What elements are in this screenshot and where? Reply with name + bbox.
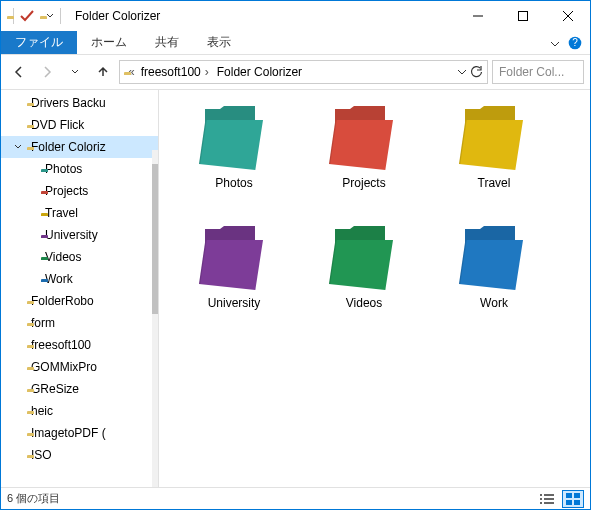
tree-item[interactable]: Photos bbox=[1, 158, 158, 180]
status-bar: 6 個の項目 bbox=[1, 487, 590, 509]
svg-text:?: ? bbox=[572, 37, 578, 48]
tree-item[interactable]: ImagetoPDF ( bbox=[1, 422, 158, 444]
tree-item[interactable]: form bbox=[1, 312, 158, 334]
svg-rect-7 bbox=[540, 502, 542, 504]
breadcrumb-label: Folder Colorizer bbox=[217, 65, 302, 79]
address-dropdown-icon[interactable] bbox=[457, 67, 467, 77]
svg-rect-6 bbox=[544, 498, 554, 500]
folder-icon bbox=[329, 106, 399, 170]
svg-rect-10 bbox=[574, 493, 580, 498]
window-title: Folder Colorizer bbox=[67, 9, 455, 23]
tree-item-label: form bbox=[31, 316, 55, 330]
folder-item[interactable]: Videos bbox=[299, 220, 429, 340]
minimize-button[interactable] bbox=[455, 1, 500, 31]
tree-item-label: Folder Coloriz bbox=[31, 140, 106, 154]
folder-item-label: Projects bbox=[342, 176, 385, 190]
ribbon-tab-share[interactable]: 共有 bbox=[141, 31, 193, 54]
tree-item-label: GOMMixPro bbox=[31, 360, 97, 374]
search-input[interactable]: Folder Col... bbox=[492, 60, 584, 84]
content-area: PhotosProjectsTravelUniversityVideosWork bbox=[159, 90, 590, 487]
tree-item[interactable]: freesoft100 bbox=[1, 334, 158, 356]
chevron-down-icon[interactable] bbox=[13, 143, 23, 151]
folder-item-label: Work bbox=[480, 296, 508, 310]
folder-item[interactable]: University bbox=[169, 220, 299, 340]
tree-item-label: ImagetoPDF ( bbox=[31, 426, 106, 440]
help-icon[interactable]: ? bbox=[568, 36, 582, 50]
tree-item[interactable]: Work bbox=[1, 268, 158, 290]
breadcrumb-label: freesoft100 bbox=[141, 65, 201, 79]
tree-item[interactable]: Projects bbox=[1, 180, 158, 202]
up-button[interactable] bbox=[91, 60, 115, 84]
tree-item[interactable]: Travel bbox=[1, 202, 158, 224]
folder-item[interactable]: Work bbox=[429, 220, 559, 340]
details-view-button[interactable] bbox=[536, 490, 558, 508]
folder-item[interactable]: Photos bbox=[169, 100, 299, 220]
svg-rect-12 bbox=[574, 500, 580, 505]
ribbon-file-tab[interactable]: ファイル bbox=[1, 31, 77, 54]
titlebar-separator bbox=[60, 8, 61, 24]
svg-rect-11 bbox=[566, 500, 572, 505]
tree-item-label: GReSize bbox=[31, 382, 79, 396]
nav-tree: Drivers BackuDVD FlickFolder ColorizPhot… bbox=[1, 90, 159, 487]
tree-item[interactable]: GReSize bbox=[1, 378, 158, 400]
folder-item[interactable]: Projects bbox=[299, 100, 429, 220]
tree-item-label: Photos bbox=[45, 162, 82, 176]
history-dropdown-icon[interactable] bbox=[63, 60, 87, 84]
ribbon-tab-home[interactable]: ホーム bbox=[77, 31, 141, 54]
close-button[interactable] bbox=[545, 1, 590, 31]
tree-item[interactable]: Drivers Backu bbox=[1, 92, 158, 114]
tree-item[interactable]: heic bbox=[1, 400, 158, 422]
folder-item-label: Videos bbox=[346, 296, 382, 310]
folder-item-label: Photos bbox=[215, 176, 252, 190]
svg-rect-3 bbox=[540, 494, 542, 496]
svg-rect-4 bbox=[544, 494, 554, 496]
tree-item[interactable]: GOMMixPro bbox=[1, 356, 158, 378]
address-bar[interactable]: « freesoft100 › Folder Colorizer bbox=[119, 60, 488, 84]
breadcrumb[interactable]: Folder Colorizer bbox=[215, 65, 304, 79]
back-button[interactable] bbox=[7, 60, 31, 84]
tree-item-label: FolderRobo bbox=[31, 294, 94, 308]
forward-button[interactable] bbox=[35, 60, 59, 84]
quick-access-check-icon[interactable] bbox=[20, 9, 34, 23]
tree-item-label: DVD Flick bbox=[31, 118, 84, 132]
ribbon-expand-icon[interactable] bbox=[550, 38, 560, 48]
tree-item-label: Work bbox=[45, 272, 73, 286]
svg-rect-8 bbox=[544, 502, 554, 504]
folder-icon bbox=[459, 106, 529, 170]
status-text: 6 個の項目 bbox=[7, 491, 60, 506]
tree-item[interactable]: Videos bbox=[1, 246, 158, 268]
folder-icon bbox=[459, 226, 529, 290]
ribbon: ファイル ホーム 共有 表示 ? bbox=[1, 31, 590, 55]
chevron-right-icon: › bbox=[205, 65, 209, 79]
svg-rect-9 bbox=[566, 493, 572, 498]
tree-item[interactable]: DVD Flick bbox=[1, 114, 158, 136]
scrollbar-thumb[interactable] bbox=[152, 164, 158, 314]
tree-item-label: Drivers Backu bbox=[31, 96, 106, 110]
large-icons-view-button[interactable] bbox=[562, 490, 584, 508]
tree-item[interactable]: FolderRobo bbox=[1, 290, 158, 312]
quick-access-dropdown-icon[interactable] bbox=[46, 12, 54, 20]
tree-item-label: University bbox=[45, 228, 98, 242]
ribbon-tab-view[interactable]: 表示 bbox=[193, 31, 245, 54]
tree-item-label: Travel bbox=[45, 206, 78, 220]
tree-item-label: ISO bbox=[31, 448, 52, 462]
folder-item[interactable]: Travel bbox=[429, 100, 559, 220]
folder-icon bbox=[199, 226, 269, 290]
refresh-button[interactable] bbox=[469, 65, 483, 79]
tree-item-label: Videos bbox=[45, 250, 81, 264]
titlebar: Folder Colorizer bbox=[1, 1, 590, 31]
navigation-row: « freesoft100 › Folder Colorizer Folder … bbox=[1, 55, 590, 89]
folder-item-label: University bbox=[208, 296, 261, 310]
svg-rect-0 bbox=[518, 12, 527, 21]
tree-item-label: Projects bbox=[45, 184, 88, 198]
tree-item-label: heic bbox=[31, 404, 53, 418]
svg-rect-5 bbox=[540, 498, 542, 500]
breadcrumb[interactable]: freesoft100 › bbox=[139, 65, 211, 79]
folder-icon bbox=[329, 226, 399, 290]
tree-item[interactable]: Folder Coloriz bbox=[1, 136, 158, 158]
tree-item[interactable]: ISO bbox=[1, 444, 158, 466]
tree-item[interactable]: University bbox=[1, 224, 158, 246]
maximize-button[interactable] bbox=[500, 1, 545, 31]
tree-item-label: freesoft100 bbox=[31, 338, 91, 352]
folder-icon bbox=[199, 106, 269, 170]
